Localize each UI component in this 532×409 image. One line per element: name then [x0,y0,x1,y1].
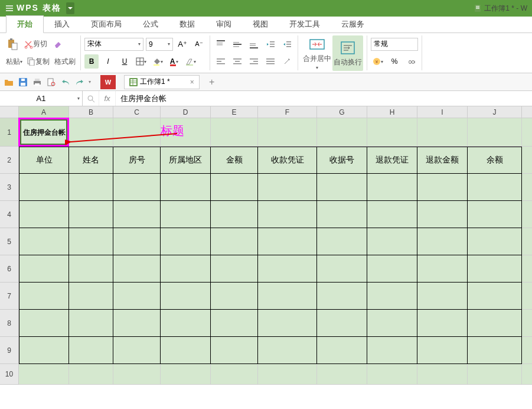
number-format-select[interactable]: 常规 [371,38,418,51]
increase-indent-button[interactable] [280,37,294,51]
cell-i5[interactable] [417,228,468,255]
font-color-button[interactable]: A ▾ [167,54,181,69]
cell-a10[interactable] [19,364,69,385]
border-button[interactable]: ▾ [134,54,148,69]
cell-k9[interactable] [522,337,532,364]
eraser-button[interactable] [51,37,65,51]
decrease-indent-button[interactable] [263,37,278,51]
cell-c5[interactable] [113,228,161,255]
cell-j1[interactable] [468,118,522,147]
cell-g1[interactable] [317,118,367,147]
cell-b1[interactable] [69,118,113,147]
cell-f3[interactable] [258,174,317,201]
cell-a3[interactable] [19,174,69,201]
cell-k4[interactable] [522,201,532,228]
tab-start[interactable]: 开始 [6,15,44,33]
font-size-select[interactable]: 9▾ [146,38,173,51]
cell-a5[interactable] [19,228,69,255]
cell-k1[interactable] [522,118,532,147]
cell-h7[interactable] [367,283,417,310]
cell-i9[interactable] [417,337,468,364]
currency-button[interactable]: ¥▾ [371,54,385,69]
row-header-4[interactable]: 4 [0,201,19,228]
col-header-j[interactable]: J [468,106,522,118]
cell-c1[interactable] [113,118,161,147]
increase-font-button[interactable]: A⁺ [175,37,190,51]
cell-h10[interactable] [367,364,417,385]
cell-c2[interactable]: 房号 [113,147,161,174]
cell-k8[interactable] [522,310,532,337]
cell-g7[interactable] [317,283,367,310]
new-tab-button[interactable]: + [207,77,217,87]
cell-g2[interactable]: 收据号 [317,147,367,174]
cell-i2[interactable]: 退款金额 [417,147,468,174]
cell-b6[interactable] [69,255,113,283]
cell-b10[interactable] [69,364,113,385]
cell-f1[interactable] [258,118,317,147]
cell-f2[interactable]: 收款凭证 [258,147,317,174]
tab-data[interactable]: 数据 [169,16,205,33]
cell-i7[interactable] [417,283,468,310]
cell-c10[interactable] [113,364,161,385]
cell-d4[interactable] [161,201,211,228]
wps-home-tab[interactable]: W [100,75,116,89]
cell-c9[interactable] [113,337,161,364]
tab-view[interactable]: 视图 [242,16,279,33]
fb-function-button[interactable]: fx [99,91,116,106]
cell-a2[interactable]: 单位 [19,147,69,174]
cell-h4[interactable] [367,201,417,228]
col-header-k[interactable] [522,106,532,118]
tab-formula[interactable]: 公式 [132,16,169,33]
align-bottom-button[interactable] [247,37,261,51]
cell-a7[interactable] [19,283,69,310]
cell-c7[interactable] [113,283,161,310]
tab-review[interactable]: 审阅 [205,16,242,33]
col-header-i[interactable]: I [417,106,468,118]
cell-i1[interactable] [417,118,468,147]
cell-k5[interactable] [522,228,532,255]
cell-b7[interactable] [69,283,113,310]
cell-a4[interactable] [19,201,69,228]
cell-g5[interactable] [317,228,367,255]
cell-j7[interactable] [468,283,522,310]
cell-f4[interactable] [258,201,317,228]
decrease-font-button[interactable]: A⁻ [192,37,206,51]
cell-h8[interactable] [367,310,417,337]
align-left-button[interactable] [214,54,228,69]
cell-j2[interactable]: 余额 [468,147,522,174]
row-header-5[interactable]: 5 [0,228,19,255]
cell-a8[interactable] [19,310,69,337]
row-header-2[interactable]: 2 [0,147,19,174]
row-header-6[interactable]: 6 [0,255,19,283]
qa-more-button[interactable]: ▾ [89,79,91,85]
cell-b3[interactable] [69,174,113,201]
cell-e1[interactable] [211,118,258,147]
cell-h5[interactable] [367,228,417,255]
row-header-9[interactable]: 9 [0,337,19,364]
cell-g10[interactable] [317,364,367,385]
row-header-10[interactable]: 10 [0,364,19,385]
col-header-c[interactable]: C [113,106,161,118]
cell-f9[interactable] [258,337,317,364]
clear-format-button[interactable]: ▾ [184,54,198,69]
cell-d2[interactable]: 所属地区 [161,147,211,174]
cell-f6[interactable] [258,255,317,283]
fb-cancel-button[interactable] [83,91,99,106]
cell-d8[interactable] [161,310,211,337]
qa-save-button[interactable] [18,77,28,87]
cell-d9[interactable] [161,337,211,364]
font-name-select[interactable]: 宋体▾ [84,38,143,51]
cell-c4[interactable] [113,201,161,228]
cell-k3[interactable] [522,174,532,201]
cell-d10[interactable] [161,364,211,385]
cell-c3[interactable] [113,174,161,201]
cell-e9[interactable] [211,337,258,364]
col-header-b[interactable]: B [69,106,113,118]
qa-undo-button[interactable] [60,77,71,87]
align-center-button[interactable] [230,54,244,69]
col-header-f[interactable]: F [258,106,317,118]
cell-d3[interactable] [161,174,211,201]
cell-c6[interactable] [113,255,161,283]
cell-e2[interactable]: 金额 [211,147,258,174]
cell-i4[interactable] [417,201,468,228]
